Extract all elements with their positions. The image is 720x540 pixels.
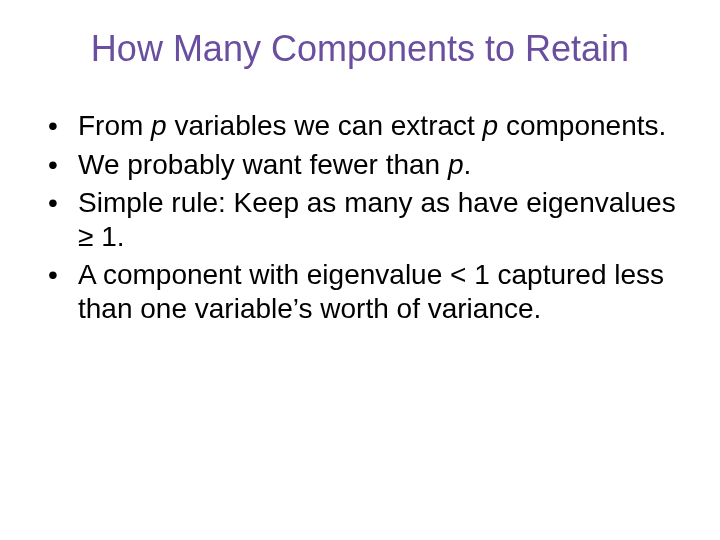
bullet-list: From p variables we can extract p compon… [30,109,690,326]
bullet-text: variables we can extract [167,110,483,141]
bullet-text: . [463,149,471,180]
bullet-text: 1. [93,221,124,252]
list-item: We probably want fewer than p. [48,148,690,182]
italic-var: p [483,110,499,141]
bullet-text: Simple rule: Keep as many as have eigenv… [78,187,676,218]
list-item: Simple rule: Keep as many as have eigenv… [48,186,690,254]
italic-var: p [151,110,167,141]
bullet-text: components. [498,110,666,141]
list-item: A component with eigenvalue < 1 captured… [48,258,690,326]
bullet-text: From [78,110,151,141]
bullet-text: We probably want fewer than [78,149,448,180]
list-item: From p variables we can extract p compon… [48,109,690,143]
slide-title: How Many Components to Retain [30,28,690,69]
slide: How Many Components to Retain From p var… [0,0,720,540]
geq-symbol: ≥ [78,221,93,252]
italic-var: p [448,149,464,180]
bullet-text: A component with eigenvalue < 1 captured… [78,259,664,324]
